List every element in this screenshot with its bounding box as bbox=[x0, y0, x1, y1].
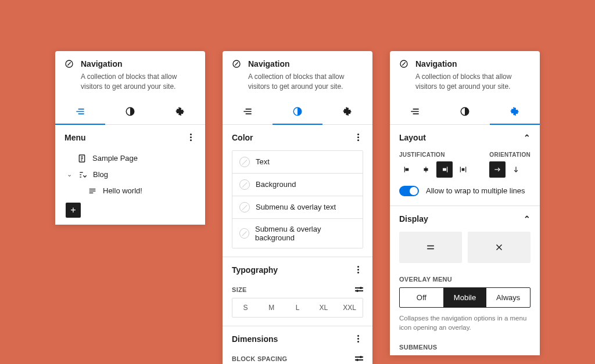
section-layout-header[interactable]: Layout ⌃ bbox=[390, 125, 540, 150]
panel-settings: Navigation A collection of blocks that a… bbox=[390, 51, 540, 355]
panel-title: Navigation bbox=[415, 59, 457, 69]
overlay-menu-label: OVERLAY MENU bbox=[399, 276, 452, 283]
tab-settings[interactable] bbox=[322, 99, 372, 124]
section-title: Display bbox=[399, 214, 428, 224]
svg-line-14 bbox=[235, 62, 238, 65]
color-swatch-icon bbox=[239, 179, 250, 190]
tab-settings[interactable] bbox=[155, 99, 205, 124]
svg-rect-33 bbox=[462, 168, 464, 171]
panel-title: Navigation bbox=[81, 59, 123, 69]
justify-space-between-button[interactable] bbox=[455, 161, 471, 178]
justify-center-button[interactable] bbox=[418, 161, 434, 178]
tab-list-view[interactable] bbox=[223, 99, 273, 124]
sliders-icon[interactable] bbox=[355, 356, 363, 361]
chevron-up-icon: ⌃ bbox=[524, 133, 531, 142]
svg-rect-30 bbox=[443, 168, 446, 171]
section-typography-header: Typography bbox=[223, 257, 372, 283]
list-item-label: Hello world! bbox=[103, 186, 142, 195]
section-title: Typography bbox=[232, 265, 278, 275]
wrap-label: Allow to wrap to multiple lines bbox=[426, 186, 525, 195]
size-s[interactable]: S bbox=[232, 298, 259, 317]
block-spacing-label: BLOCK SPACING bbox=[232, 355, 287, 362]
color-swatch-icon bbox=[239, 157, 250, 167]
section-title: Dimensions bbox=[232, 334, 278, 344]
kebab-menu-icon[interactable] bbox=[353, 134, 363, 141]
list-item-label: Sample Page bbox=[92, 154, 138, 163]
kebab-menu-icon[interactable] bbox=[353, 335, 363, 343]
navigation-block-icon bbox=[399, 59, 408, 69]
color-swatch-icon bbox=[239, 202, 250, 212]
chevron-down-icon[interactable]: ⌄ bbox=[67, 171, 72, 178]
tab-row bbox=[390, 99, 540, 125]
sliders-icon[interactable] bbox=[355, 287, 363, 291]
submenus-subhead: SUBMENUS bbox=[390, 340, 540, 355]
overlay-always[interactable]: Always bbox=[486, 288, 530, 307]
wrap-toggle-row: Allow to wrap to multiple lines bbox=[390, 185, 540, 206]
section-menu-header: Menu bbox=[55, 125, 205, 150]
size-xxl[interactable]: XXL bbox=[336, 298, 363, 317]
navigation-block-icon bbox=[64, 59, 74, 69]
svg-rect-26 bbox=[406, 168, 408, 171]
post-icon bbox=[88, 186, 97, 196]
kebab-menu-icon[interactable] bbox=[353, 266, 363, 273]
tab-row bbox=[223, 99, 372, 125]
svg-line-1 bbox=[67, 62, 70, 65]
section-title: Color bbox=[232, 133, 253, 142]
list-item[interactable]: Sample Page bbox=[62, 150, 198, 167]
section-dimensions-header: Dimensions bbox=[223, 326, 372, 352]
size-label: SIZE bbox=[232, 286, 247, 293]
section-display-header[interactable]: Display ⌃ bbox=[390, 206, 540, 232]
panel-styles: Navigation A collection of blocks that a… bbox=[223, 51, 372, 364]
panel-description: A collection of blocks that allow visito… bbox=[248, 72, 363, 92]
display-close-icon-button[interactable] bbox=[468, 232, 531, 263]
layout-controls: JUSTIFICATION ORIENTATION bbox=[390, 150, 540, 185]
color-list: Text Background Submenu & overlay text S… bbox=[232, 150, 363, 248]
size-options: S M L XL XXL bbox=[232, 298, 363, 318]
color-option-text[interactable]: Text bbox=[232, 151, 363, 173]
navigation-block-icon bbox=[232, 59, 241, 69]
dimensions-subhead: BLOCK SPACING bbox=[223, 352, 372, 364]
panel-description: A collection of blocks that allow visito… bbox=[81, 72, 196, 92]
chevron-up-icon: ⌃ bbox=[524, 214, 531, 224]
kebab-menu-icon[interactable] bbox=[185, 134, 196, 141]
panel-header: Navigation A collection of blocks that a… bbox=[390, 51, 540, 99]
page-icon bbox=[77, 154, 87, 163]
submenu-icon bbox=[78, 170, 87, 179]
overlay-off[interactable]: Off bbox=[400, 288, 443, 307]
tab-list-view[interactable] bbox=[390, 99, 440, 124]
list-item-label: Blog bbox=[93, 170, 108, 179]
justify-right-button[interactable] bbox=[436, 161, 453, 178]
menu-list: Sample Page ⌄ Blog Hello world! + bbox=[55, 150, 205, 225]
color-option-background[interactable]: Background bbox=[232, 173, 363, 196]
add-block-button[interactable]: + bbox=[66, 203, 81, 218]
svg-rect-28 bbox=[424, 168, 428, 171]
display-options bbox=[390, 232, 540, 272]
panel-description: A collection of blocks that allow visito… bbox=[415, 72, 531, 92]
panel-header: Navigation A collection of blocks that a… bbox=[223, 51, 372, 99]
tab-list-view[interactable] bbox=[55, 99, 105, 124]
orientation-vertical-button[interactable] bbox=[508, 161, 524, 178]
list-item[interactable]: ⌄ Blog bbox=[62, 167, 198, 183]
orientation-label: ORIENTATION bbox=[489, 152, 531, 158]
justify-left-button[interactable] bbox=[399, 161, 415, 178]
overlay-mobile[interactable]: Mobile bbox=[443, 288, 487, 307]
orientation-horizontal-button[interactable] bbox=[489, 161, 506, 178]
color-option-submenu-text[interactable]: Submenu & overlay text bbox=[232, 196, 363, 218]
size-xl[interactable]: XL bbox=[310, 298, 336, 317]
display-menu-icon-button[interactable] bbox=[399, 232, 462, 263]
tab-styles[interactable] bbox=[440, 99, 490, 124]
size-l[interactable]: L bbox=[285, 298, 311, 317]
section-title: Menu bbox=[64, 133, 86, 142]
tab-settings[interactable] bbox=[490, 99, 540, 124]
overlay-menu-segmented: Off Mobile Always bbox=[399, 287, 531, 308]
overlay-help-text: Collapses the navigation options in a me… bbox=[390, 313, 540, 340]
tab-styles[interactable] bbox=[273, 99, 322, 124]
justification-label: JUSTIFICATION bbox=[399, 152, 471, 158]
wrap-toggle[interactable] bbox=[399, 186, 419, 196]
list-item[interactable]: Hello world! bbox=[62, 183, 198, 199]
color-option-submenu-bg[interactable]: Submenu & overlay background bbox=[232, 218, 363, 248]
tab-styles[interactable] bbox=[105, 99, 155, 124]
section-title: Layout bbox=[399, 133, 426, 142]
panel-header: Navigation A collection of blocks that a… bbox=[55, 51, 205, 99]
size-m[interactable]: M bbox=[259, 298, 285, 317]
